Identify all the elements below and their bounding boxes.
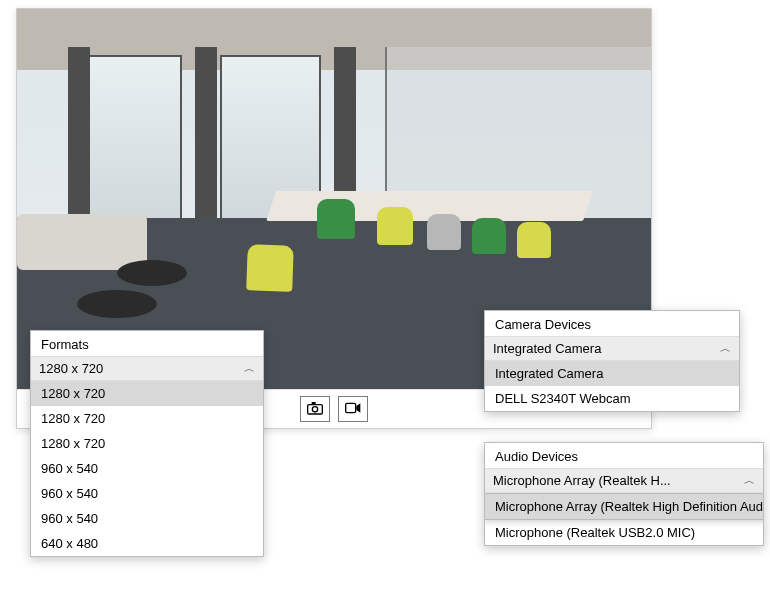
formats-option[interactable]: 1280 x 720 bbox=[31, 381, 263, 406]
chevron-up-icon: ︿ bbox=[720, 341, 731, 356]
formats-option[interactable]: 640 x 480 bbox=[31, 531, 263, 556]
svg-point-1 bbox=[312, 406, 317, 411]
audio-option[interactable]: Microphone (Realtek USB2.0 MIC) bbox=[485, 520, 763, 545]
chevron-up-icon: ︿ bbox=[744, 473, 755, 488]
formats-option[interactable]: 1280 x 720 bbox=[31, 406, 263, 431]
camera-devices-panel: Camera Devices Integrated Camera ︿ Integ… bbox=[484, 310, 740, 412]
svg-rect-3 bbox=[346, 403, 356, 412]
formats-title: Formats bbox=[31, 331, 263, 356]
audio-option[interactable]: Microphone Array (Realtek High Definitio… bbox=[485, 493, 763, 520]
formats-combo[interactable]: 1280 x 720 ︿ bbox=[31, 356, 263, 381]
camera-devices-title: Camera Devices bbox=[485, 311, 739, 336]
svg-rect-2 bbox=[312, 402, 316, 405]
audio-combo[interactable]: Microphone Array (Realtek H... ︿ bbox=[485, 468, 763, 493]
formats-list[interactable]: 1280 x 7201280 x 7201280 x 720960 x 5409… bbox=[31, 381, 263, 556]
camera-option[interactable]: Integrated Camera bbox=[485, 361, 739, 386]
audio-devices-title: Audio Devices bbox=[485, 443, 763, 468]
formats-panel: Formats 1280 x 720 ︿ 1280 x 7201280 x 72… bbox=[30, 330, 264, 557]
camera-icon bbox=[307, 401, 323, 418]
formats-selected-label: 1280 x 720 bbox=[39, 361, 103, 376]
camera-list[interactable]: Integrated CameraDELL S2340T Webcam bbox=[485, 361, 739, 411]
audio-devices-panel: Audio Devices Microphone Array (Realtek … bbox=[484, 442, 764, 546]
snapshot-button[interactable] bbox=[300, 396, 330, 422]
audio-list[interactable]: Microphone Array (Realtek High Definitio… bbox=[485, 493, 763, 545]
formats-option[interactable]: 960 x 540 bbox=[31, 456, 263, 481]
chevron-up-icon: ︿ bbox=[244, 361, 255, 376]
formats-option[interactable]: 960 x 540 bbox=[31, 506, 263, 531]
audio-selected-label: Microphone Array (Realtek H... bbox=[493, 473, 671, 488]
formats-option[interactable]: 960 x 540 bbox=[31, 481, 263, 506]
record-button[interactable] bbox=[338, 396, 368, 422]
camera-combo[interactable]: Integrated Camera ︿ bbox=[485, 336, 739, 361]
video-icon bbox=[345, 401, 361, 418]
camera-option[interactable]: DELL S2340T Webcam bbox=[485, 386, 739, 411]
formats-option[interactable]: 1280 x 720 bbox=[31, 431, 263, 456]
camera-selected-label: Integrated Camera bbox=[493, 341, 601, 356]
